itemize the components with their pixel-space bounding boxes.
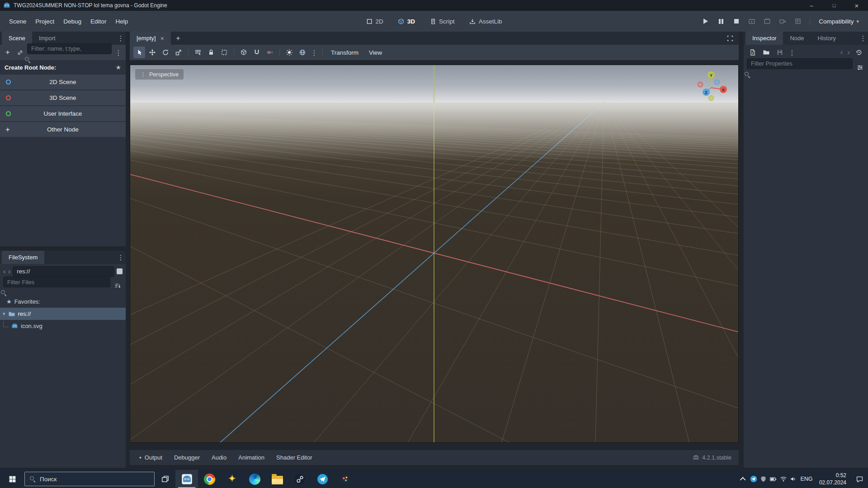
property-filter-button[interactable]	[855, 61, 865, 73]
taskbar-search-box[interactable]: Поиск	[24, 472, 155, 486]
remote-debug-button[interactable]	[792, 15, 804, 27]
workspace-2d[interactable]: 2D	[360, 15, 389, 28]
menu-debug[interactable]: Debug	[59, 16, 86, 27]
tab-inspector[interactable]: Inspector	[745, 32, 783, 45]
resource-menu-button[interactable]: ⋮	[788, 47, 797, 58]
filter-files-input[interactable]	[3, 277, 110, 287]
scene-tree-menu-button[interactable]: ⋮	[114, 47, 123, 58]
tray-shield-icon[interactable]	[759, 473, 769, 485]
perspective-button[interactable]: ⋮ Perspective	[135, 69, 184, 80]
history-back-icon[interactable]: ‹	[839, 48, 844, 57]
clock-area[interactable]: 0:52 02.07.2024	[815, 472, 851, 486]
panel-shader-editor-button[interactable]: Shader Editor	[270, 451, 318, 464]
new-resource-button[interactable]	[747, 47, 759, 58]
object-history-button[interactable]	[853, 47, 865, 58]
local-space-toggle[interactable]	[238, 47, 250, 58]
transform-menu[interactable]: Transform	[326, 47, 363, 58]
tab-history[interactable]: History	[811, 32, 843, 45]
play-custom-scene-button[interactable]	[761, 15, 773, 27]
tray-network-icon[interactable]	[778, 473, 788, 485]
panel-animation-button[interactable]: Animation	[232, 451, 270, 464]
tray-volume-icon[interactable]	[788, 473, 798, 485]
viewport-3d[interactable]: ⋮ Perspective Y X Z	[130, 65, 739, 443]
list-select-tool-button[interactable]	[192, 47, 204, 58]
rotate-tool-button[interactable]	[160, 47, 171, 58]
renderer-dropdown[interactable]: Compatibility ▾	[816, 16, 863, 27]
group-selected-button[interactable]	[218, 47, 230, 58]
scene-filter-input[interactable]	[27, 43, 112, 54]
taskbar-app-explorer[interactable]	[266, 470, 288, 488]
tree-item-res[interactable]: ▾ res://	[0, 308, 126, 320]
expand-viewport-button[interactable]	[724, 33, 736, 44]
filesystem-menu-button[interactable]: ⋮	[116, 253, 126, 263]
menu-help[interactable]: Help	[111, 16, 132, 27]
panel-debugger-button[interactable]: Debugger	[168, 451, 206, 464]
task-view-button[interactable]	[155, 470, 175, 488]
toggle-split-mode-icon[interactable]	[117, 268, 123, 274]
play-scene-button[interactable]	[746, 15, 758, 27]
instantiate-scene-button[interactable]	[15, 47, 25, 58]
taskbar-app-godot[interactable]	[175, 470, 198, 488]
minimize-button[interactable]: –	[800, 0, 823, 11]
snap-toggle[interactable]	[251, 47, 263, 58]
new-scene-tab-button[interactable]: +	[173, 33, 184, 44]
close-tab-icon[interactable]: ×	[160, 35, 164, 42]
menu-scene[interactable]: Scene	[5, 16, 31, 27]
maximize-button[interactable]: □	[823, 0, 845, 11]
scale-tool-button[interactable]	[173, 47, 184, 58]
camera-override-button[interactable]	[264, 47, 276, 58]
move-tool-button[interactable]	[146, 47, 158, 58]
add-node-button[interactable]: +	[3, 47, 13, 58]
menu-project[interactable]: Project	[31, 16, 59, 27]
scene-tab-empty[interactable]: [empty] ×	[130, 32, 171, 45]
panel-output-button[interactable]: ● Output	[133, 451, 168, 464]
path-field[interactable]: res://	[13, 266, 114, 277]
tab-filesystem[interactable]: FileSystem	[2, 251, 44, 264]
workspace-3d[interactable]: 3D	[392, 15, 421, 28]
panel-audio-button[interactable]: Audio	[206, 451, 232, 464]
taskbar-app-edge[interactable]	[243, 470, 266, 488]
favorite-star-icon[interactable]: ★	[115, 64, 121, 71]
sun-environment-menu-button[interactable]: ⋮	[310, 47, 319, 58]
start-button[interactable]	[0, 470, 24, 488]
view-axis-gizmo[interactable]: Y X Z	[688, 67, 735, 108]
filter-properties-input[interactable]	[747, 58, 853, 69]
inspector-dock-menu-button[interactable]: ⋮	[858, 33, 868, 43]
tab-node[interactable]: Node	[783, 32, 811, 45]
tree-item-icon-svg[interactable]: icon.svg	[0, 320, 126, 332]
collapse-caret-icon[interactable]: ▾	[3, 311, 5, 317]
taskbar-app-steam[interactable]	[288, 470, 311, 488]
workspace-script[interactable]: Script	[424, 15, 461, 28]
taskbar-app-misc[interactable]	[334, 470, 356, 488]
menu-editor[interactable]: Editor	[86, 16, 111, 27]
file-sort-button[interactable]	[113, 280, 123, 292]
preview-sun-toggle[interactable]	[283, 47, 295, 58]
root-option-user-interface[interactable]: User Interface	[0, 106, 126, 121]
close-button[interactable]: ×	[845, 0, 868, 11]
language-indicator[interactable]: ENG	[798, 473, 815, 485]
lock-selected-button[interactable]	[205, 47, 217, 58]
root-option-3d-scene[interactable]: 3D Scene	[0, 90, 126, 105]
save-resource-button[interactable]	[774, 47, 786, 58]
tray-battery-icon[interactable]	[769, 473, 778, 485]
scene-dock-menu-button[interactable]: ⋮	[116, 33, 126, 43]
preview-environment-toggle[interactable]	[297, 47, 308, 58]
select-tool-button[interactable]	[133, 47, 145, 58]
load-resource-button[interactable]	[760, 47, 772, 58]
notifications-button[interactable]	[851, 473, 868, 485]
nav-forward-icon[interactable]: ›	[8, 267, 11, 276]
history-forward-icon[interactable]: ›	[846, 48, 851, 57]
taskbar-app-chrome[interactable]	[198, 470, 221, 488]
taskbar-app-star[interactable]	[221, 470, 243, 488]
stop-button[interactable]	[731, 15, 742, 27]
movie-maker-button[interactable]	[777, 15, 788, 27]
tray-telegram-icon[interactable]	[749, 473, 759, 485]
root-option-2d-scene[interactable]: 2D Scene	[0, 75, 126, 89]
view-menu[interactable]: View	[364, 47, 387, 58]
tray-expand-button[interactable]	[739, 473, 749, 485]
pause-button[interactable]	[715, 15, 727, 27]
play-button[interactable]	[700, 15, 712, 27]
favorites-item[interactable]: ★ Favorites:	[0, 296, 126, 308]
root-option-other-node[interactable]: + Other Node	[0, 122, 126, 137]
taskbar-app-telegram[interactable]	[311, 470, 334, 488]
